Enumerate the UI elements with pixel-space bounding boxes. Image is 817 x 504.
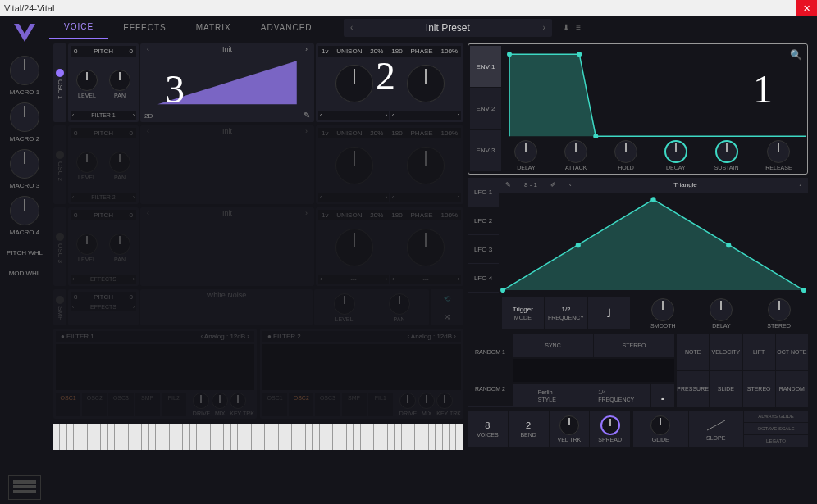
svg-point-9 xyxy=(726,243,731,247)
svg-marker-0 xyxy=(157,61,297,104)
env-attack-knob[interactable] xyxy=(564,140,587,163)
left-sidebar: MACRO 1 MACRO 2 MACRO 3 MACRO 4 PITCH WH… xyxy=(0,16,49,504)
spread-knob[interactable] xyxy=(600,415,620,435)
osc1-level-knob[interactable] xyxy=(76,70,98,91)
svg-point-7 xyxy=(576,243,581,247)
tab-advanced[interactable]: ADVANCED xyxy=(246,16,327,39)
tab-matrix[interactable]: MATRIX xyxy=(181,16,246,39)
pitch-wheel[interactable]: PITCH WHL xyxy=(7,249,43,257)
macro-3[interactable]: MACRO 3 xyxy=(10,149,39,189)
svg-point-2 xyxy=(507,52,512,57)
save-preset-icon[interactable]: ⬇ xyxy=(563,23,569,32)
lfo-brush-icon[interactable]: ✎ xyxy=(499,181,518,188)
preset-name[interactable]: Init Preset xyxy=(360,22,536,34)
keyboard-toggle-icon[interactable] xyxy=(8,475,41,500)
piano-keyboard[interactable] xyxy=(53,424,463,450)
vel-trk-knob[interactable] xyxy=(559,415,579,435)
envelope-section: ENV 1 ENV 2 ENV 3 🔍 1 xyxy=(468,43,808,175)
env-sustain-knob[interactable] xyxy=(715,140,738,163)
window-titlebar: Vital/24-Vital ✕ xyxy=(0,0,817,16)
bend-range[interactable]: 2BEND xyxy=(509,411,549,447)
svg-line-11 xyxy=(707,420,725,430)
env1-tab[interactable]: ENV 1 xyxy=(470,46,501,88)
lfo-tempo-sync-icon[interactable]: ♩ xyxy=(587,296,631,330)
lfo4-tab[interactable]: LFO 4 xyxy=(468,264,499,293)
svg-marker-5 xyxy=(503,199,804,290)
lfo-stereo-knob[interactable] xyxy=(768,298,791,321)
tab-voice[interactable]: VOICE xyxy=(49,16,108,39)
svg-marker-1 xyxy=(509,54,806,136)
svg-point-3 xyxy=(577,52,582,57)
app-logo-icon xyxy=(8,20,41,45)
env-decay-knob[interactable] xyxy=(664,140,687,163)
osc1-morph-knob-2[interactable] xyxy=(407,65,445,102)
osc1-pan-knob[interactable] xyxy=(109,70,130,91)
glide-knob[interactable] xyxy=(650,415,670,435)
macro-2[interactable]: MACRO 2 xyxy=(10,102,39,143)
window-title: Vital/24-Vital xyxy=(4,3,54,13)
preset-bar: ‹ Init Preset › xyxy=(344,19,553,37)
lfo-frequency[interactable]: 1/2FREQUENCY xyxy=(545,296,588,330)
osc2-tab[interactable]: OSC 2 xyxy=(53,125,66,204)
preset-prev-button[interactable]: ‹ xyxy=(344,23,360,32)
lfo-smooth-knob[interactable] xyxy=(651,298,674,321)
env-release-knob[interactable] xyxy=(767,140,790,163)
osc1-tab[interactable]: OSC 1 xyxy=(53,43,66,122)
tab-effects[interactable]: EFFECTS xyxy=(108,16,181,39)
osc1-morph-knob-1[interactable] xyxy=(335,65,373,102)
macro-4[interactable]: MACRO 4 xyxy=(10,196,39,236)
loop-icon[interactable]: ⟲ xyxy=(444,294,450,303)
random1-tab[interactable]: RANDOM 1 xyxy=(468,334,513,370)
voices-block: 8VOICES 2BEND VEL TRK SPREAD xyxy=(468,411,630,447)
env2-tab[interactable]: ENV 2 xyxy=(470,88,501,129)
voices-count[interactable]: 8VOICES xyxy=(468,411,508,447)
svg-point-6 xyxy=(500,288,505,293)
osc3-tab[interactable]: OSC 3 xyxy=(53,207,66,286)
osc1-filter-dest[interactable]: ‹FILTER 1› xyxy=(71,111,136,120)
mod-wheel[interactable]: MOD WHL xyxy=(9,270,41,277)
svg-point-8 xyxy=(650,197,655,202)
preset-menu-icon[interactable]: ≡ xyxy=(576,23,581,32)
lfo2-tab[interactable]: LFO 2 xyxy=(468,207,499,235)
random-graph[interactable] xyxy=(513,359,674,383)
filter-1: ● FILTER 1‹ Analog : 12dB › OSC1 OSC2 OS… xyxy=(53,329,257,419)
window-close-button[interactable]: ✕ xyxy=(796,0,817,16)
env-delay-knob[interactable] xyxy=(514,140,537,163)
osc1-wave-display[interactable]: ‹Init› 2D ✎ 3 xyxy=(140,43,314,122)
macro-1[interactable]: MACRO 1 xyxy=(10,56,39,96)
main-tabs: VOICE EFFECTS MATRIX ADVANCED ‹ Init Pre… xyxy=(49,16,817,39)
lfo-mode[interactable]: TriggerMODE xyxy=(501,296,545,330)
preset-next-button[interactable]: › xyxy=(536,23,552,32)
random-sync-icon[interactable]: ♩ xyxy=(651,384,674,407)
lfo-pen-icon[interactable]: ✐ xyxy=(544,181,563,188)
svg-point-10 xyxy=(801,288,806,293)
lfo-graph[interactable] xyxy=(499,193,808,293)
lfo1-tab[interactable]: LFO 1 xyxy=(468,178,499,207)
env-graph[interactable]: 🔍 1 xyxy=(501,46,806,138)
shuffle-icon[interactable]: ⤨ xyxy=(444,312,450,321)
mod-source-grid: NOTE VELOCITY LIFT OCT NOTE PRESSURE SLI… xyxy=(677,334,808,407)
edit-wave-icon[interactable]: ✎ xyxy=(304,111,310,120)
env-hold-knob[interactable] xyxy=(614,140,637,163)
zoom-icon[interactable]: 🔍 xyxy=(790,49,802,61)
smp-tab[interactable]: SMP xyxy=(53,289,66,325)
lfo-section: LFO 1 LFO 2 LFO 3 LFO 4 ✎ 8 - 1 ✐ ‹ Tria… xyxy=(468,178,808,293)
env3-tab[interactable]: ENV 3 xyxy=(470,130,501,172)
random2-tab[interactable]: RANDOM 2 xyxy=(468,370,513,407)
filter-2: ● FILTER 2‹ Analog : 12dB › OSC1 OSC2 OS… xyxy=(260,329,463,419)
lfo-delay-knob[interactable] xyxy=(710,298,733,321)
lfo3-tab[interactable]: LFO 3 xyxy=(468,235,499,264)
